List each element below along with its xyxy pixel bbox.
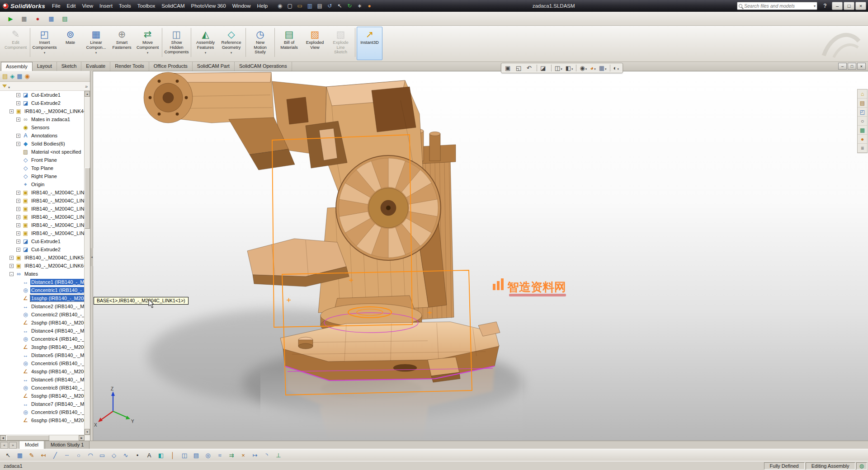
help-button[interactable]: ? (821, 2, 829, 10)
panel-splitter[interactable] (90, 71, 93, 441)
move-component-button[interactable]: ⇄ Move Component (135, 27, 160, 60)
tree-item[interactable]: ∠ 4ssghp (IRB140_-_M200 (0, 367, 85, 376)
search-pane[interactable]: ○ (858, 117, 867, 126)
restore-button[interactable]: □ (844, 2, 854, 10)
scroll-thumb[interactable] (6, 435, 49, 441)
solidworks-resources[interactable]: ⌂ (858, 89, 867, 99)
spline-tool[interactable]: ∿ (121, 451, 130, 460)
tree-item[interactable]: + ∞ Mates in zadaca1 (0, 115, 85, 123)
expand-toggle[interactable]: + (16, 207, 20, 211)
tab-assembly[interactable]: Assembly (1, 62, 33, 71)
tab-office-products[interactable]: Office Products (149, 62, 193, 71)
zoom-to-area[interactable]: ◱ (514, 64, 525, 72)
zoom-to-fit[interactable]: ▣ (504, 64, 514, 72)
tree-item[interactable]: + ▣ IRB140_-_M2004C_LINK (0, 213, 85, 221)
trim-entities[interactable]: × (239, 451, 248, 460)
tab-scroll-right[interactable]: » (9, 442, 17, 449)
menu-item[interactable]: Tools (116, 2, 134, 10)
tree-item[interactable]: + ▣ IRB140_-_M2004C_LINK5<1 (0, 254, 85, 262)
sketch-tool[interactable]: ✎ (27, 451, 36, 460)
view-settings[interactable]: ◐ (612, 64, 620, 72)
save-document[interactable]: ▥ (305, 2, 314, 10)
tree-item[interactable]: + ▣ IRB140_-_M2004C_LINK (0, 197, 85, 205)
edit-appearance[interactable]: ● (365, 2, 374, 10)
menu-item[interactable]: Toolbox (134, 2, 159, 10)
mate-button[interactable]: ⊚ Mate (57, 27, 83, 60)
assembly-features-button[interactable]: ◭ Assembly Features (193, 27, 218, 60)
quick-tips-icon[interactable]: ◍ (856, 462, 867, 470)
model-tab[interactable]: Model (19, 441, 44, 449)
close-button[interactable]: × (855, 2, 866, 10)
hide-show-items[interactable]: ◉ (578, 64, 588, 72)
menu-item[interactable]: File (49, 2, 64, 10)
bill-of-materials-button[interactable]: ▤ Bill of Materials (276, 27, 302, 60)
smart-fasteners-button[interactable]: ⊕ Smart Fasteners (109, 27, 135, 60)
tab-evaluate[interactable]: Evaluate (81, 62, 110, 71)
scroll-thumb[interactable] (85, 168, 90, 229)
undo[interactable]: ↺ (325, 2, 334, 10)
extend-entities[interactable]: ↦ (250, 451, 259, 460)
menu-item[interactable]: Edit (64, 2, 79, 10)
tree-item[interactable]: + ▣ IRB140_-_M2004C_LINK (0, 205, 85, 213)
view-palette[interactable]: ▦ (858, 126, 867, 135)
tree-item[interactable]: ◎ Concentric1 (IRB140_-_ (0, 286, 85, 294)
tab-render-tools[interactable]: Render Tools (110, 62, 149, 71)
menu-item[interactable]: SolidCAM (158, 2, 188, 10)
design-library[interactable]: ▤ (858, 99, 867, 108)
display-relations[interactable]: ⊥ (274, 451, 283, 460)
machine-setup-table[interactable]: ▤ (60, 14, 70, 24)
expand-toggle[interactable]: + (16, 134, 20, 138)
tree-item[interactable]: ◎ Concentric2 (IRB140_-_ (0, 310, 85, 319)
tree-item[interactable]: ∠ 5ssghp (IRB140_-_M200 (0, 392, 85, 400)
tree-item[interactable]: + ▣ IRB140_-_M2004C_LINK4<1 (0, 107, 85, 115)
tree-horizontal-scrollbar[interactable] (0, 435, 90, 441)
scroll-left-arrow[interactable] (0, 435, 6, 441)
expand-toggle[interactable]: + (16, 231, 20, 235)
minimize-button[interactable]: – (832, 2, 843, 10)
explode-line-sketch-button[interactable]: ▧ Explode Line Sketch (328, 27, 354, 60)
tree-item[interactable]: + ▣ IRB140_-_M2004C_LINK (0, 221, 85, 229)
expand-toggle[interactable]: + (16, 101, 20, 105)
appearances-scenes[interactable]: ● (858, 135, 867, 144)
polygon-tool[interactable]: ◇ (109, 451, 118, 460)
tree-item[interactable]: + ◪ Cut-Extrude2 (0, 99, 85, 107)
display-style[interactable]: ◧ (564, 64, 575, 72)
menu-item[interactable]: Insert (96, 2, 116, 10)
grid-system[interactable]: ▦ (15, 451, 24, 460)
tree-item[interactable]: ◇ Top Plane (0, 164, 85, 172)
search-dropdown-icon[interactable] (814, 4, 816, 8)
tree-item[interactable]: ◇ Right Plane (0, 172, 85, 180)
expand-toggle[interactable]: + (16, 240, 20, 244)
tree-item[interactable]: ▨ Material <not specified (0, 148, 85, 156)
mirror-entities[interactable]: ◫ (180, 451, 189, 460)
select[interactable]: ↖ (335, 2, 344, 10)
scroll-down-arrow[interactable] (85, 429, 90, 435)
apply-scene[interactable]: ▦ (598, 64, 608, 72)
menu-item[interactable]: View (79, 2, 96, 10)
scroll-up-arrow[interactable] (85, 91, 90, 97)
tree-item[interactable]: ↔ Distance6 (IRB140_-_M2 (0, 376, 85, 384)
motion-study-tab[interactable]: Motion Study 1 (45, 441, 90, 449)
edit-appearance-view[interactable]: ◕ (589, 64, 597, 72)
tree-item[interactable]: + ▣ IRB140_-_M2004C_LINK6<1 (0, 262, 85, 270)
dropdown-arrow-icon[interactable] (205, 50, 207, 53)
section-view[interactable]: ◪ (539, 64, 549, 72)
frame-step[interactable]: ▦ (19, 14, 29, 24)
tree-item[interactable]: ∠ 2ssghp (IRB140_-_M200 (0, 319, 85, 327)
featuremanager-tab[interactable]: ▤ (2, 73, 8, 79)
new-motion-study-button[interactable]: ◷ New Motion Study (247, 27, 273, 60)
tree-item[interactable]: + ◪ Cut-Extrude2 (0, 245, 85, 254)
dropdown-arrow-icon[interactable] (44, 50, 46, 53)
tree-item[interactable]: ∠ 3ssghp (IRB140_-_M200 (0, 343, 85, 351)
expand-toggle[interactable]: + (9, 109, 14, 113)
doc-restore-button[interactable]: □ (848, 63, 856, 70)
tree-item[interactable]: + ▣ IRB140_-_M2004C_LINK (0, 229, 85, 237)
scroll-right-arrow[interactable] (79, 435, 85, 441)
circle-tool[interactable]: ○ (74, 451, 83, 460)
tree-item[interactable]: ↔ Distance1 (IRB140_-_M2 (0, 278, 85, 286)
smart-dimension[interactable]: ↤ (39, 451, 48, 460)
centerline-tool[interactable]: ┄ (62, 451, 71, 460)
tree-item[interactable]: ↔ Distance7 (IRB140_-_M2 (0, 400, 85, 408)
rectangle-tool[interactable]: ▭ (98, 451, 107, 460)
tree-item[interactable]: ↔ Distance2 (IRB140_-_M2 (0, 302, 85, 310)
